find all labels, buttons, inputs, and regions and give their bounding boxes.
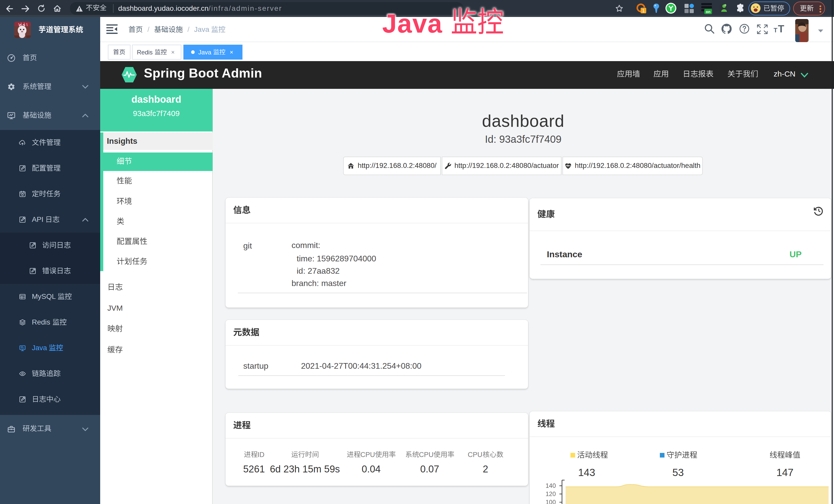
svg-text:1: 1 <box>642 8 645 13</box>
svg-text:on: on <box>706 9 710 14</box>
